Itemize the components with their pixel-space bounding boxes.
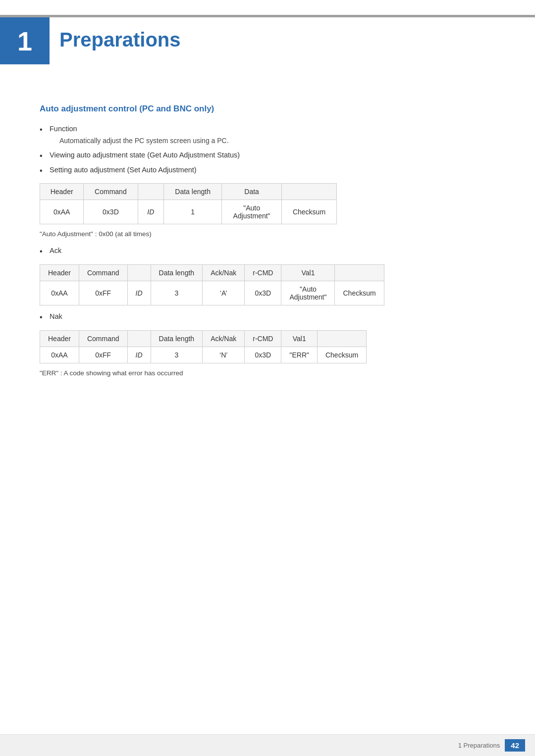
table3: Header Command Data length Ack/Nak r-CMD… [40, 330, 367, 363]
table1-container: Header Command Data length Data 0xAA 0x3… [40, 183, 495, 224]
table1-row-id: ID [138, 200, 164, 224]
table1-header-datalength: Data length [164, 184, 222, 200]
table3-header-id [127, 330, 151, 347]
table2-header-val1: Val1 [281, 265, 335, 281]
bullet-list: Function Automatically adjust the PC sys… [40, 124, 495, 175]
bullet-viewing: Viewing auto adjustment state (Get Auto … [40, 150, 495, 161]
table3-header-rcmd: r-CMD [245, 330, 281, 347]
table3-row-header: 0xAA [40, 347, 79, 363]
table2-header-command: Command [79, 265, 127, 281]
table2-header-id [127, 265, 151, 281]
table2-row-header: 0xAA [40, 281, 79, 305]
page-number: 42 [505, 739, 525, 752]
page-header: 1 Preparations [0, 0, 535, 79]
page-footer: 1 Preparations 42 [0, 734, 535, 756]
table3-header-val1: Val1 [281, 330, 318, 347]
function-subtext: Automatically adjust the PC system scree… [50, 136, 495, 146]
table3-header-acknak: Ack/Nak [203, 330, 245, 347]
table2-row-val1: "AutoAdjustment" [281, 281, 335, 305]
table2-row-rcmd: 0x3D [245, 281, 281, 305]
table2: Header Command Data length Ack/Nak r-CMD… [40, 264, 384, 305]
table3-row-acknak: ‘N’ [203, 347, 245, 363]
nak-list: Nak [40, 311, 495, 322]
table3-row-checksum: Checksum [317, 347, 366, 363]
table2-row-command: 0xFF [79, 281, 127, 305]
table2-header-rcmd: r-CMD [245, 265, 281, 281]
table2-row-id: ID [127, 281, 151, 305]
table2-header-acknak: Ack/Nak [203, 265, 245, 281]
table1-row-checksum: Checksum [282, 200, 337, 224]
table3-row-command: 0xFF [79, 347, 127, 363]
table1: Header Command Data length Data 0xAA 0x3… [40, 183, 337, 224]
note2: "ERR" : A code showing what error has oc… [40, 369, 495, 377]
table2-header-datalength: Data length [151, 265, 203, 281]
table2-header-checksum [335, 265, 384, 281]
section-title: Auto adjustment control (PC and BNC only… [40, 104, 495, 114]
note1: "Auto Adjustment" : 0x00 (at all times) [40, 230, 495, 238]
table1-header-header: Header [40, 184, 84, 200]
table2-row-datalength: 3 [151, 281, 203, 305]
table2-row-checksum: Checksum [335, 281, 384, 305]
table1-row-command: 0x3D [84, 200, 138, 224]
bullet-function: Function Automatically adjust the PC sys… [40, 124, 495, 146]
table1-row-header: 0xAA [40, 200, 84, 224]
chapter-title: Preparations [59, 29, 181, 51]
chapter-number: 1 [17, 26, 32, 56]
table2-container: Header Command Data length Ack/Nak r-CMD… [40, 264, 495, 305]
bullet-ack: Ack [40, 246, 495, 256]
table2-header-header: Header [40, 265, 79, 281]
table1-row-data: "AutoAdjustment" [222, 200, 282, 224]
table2-row-acknak: ‘A’ [203, 281, 245, 305]
table3-header-checksum [317, 330, 366, 347]
table3-row-datalength: 3 [151, 347, 203, 363]
table3-header-header: Header [40, 330, 79, 347]
chapter-block: 1 [0, 17, 50, 64]
table3-row-val1: "ERR" [281, 347, 318, 363]
footer-text: 1 Preparations [458, 742, 500, 749]
table3-row-rcmd: 0x3D [245, 347, 281, 363]
table3-header-command: Command [79, 330, 127, 347]
table3-container: Header Command Data length Ack/Nak r-CMD… [40, 330, 495, 363]
table1-row-datalength: 1 [164, 200, 222, 224]
table3-header-datalength: Data length [151, 330, 203, 347]
bullet-nak: Nak [40, 311, 495, 322]
table1-header-id [138, 184, 164, 200]
table1-header-data: Data [222, 184, 282, 200]
bullet-setting: Setting auto adjustment (Set Auto Adjust… [40, 165, 495, 176]
table1-header-command: Command [84, 184, 138, 200]
top-stripe [0, 15, 535, 17]
table3-row-id: ID [127, 347, 151, 363]
table1-header-checksum [282, 184, 337, 200]
main-content: Auto adjustment control (PC and BNC only… [0, 79, 535, 424]
ack-list: Ack [40, 246, 495, 256]
